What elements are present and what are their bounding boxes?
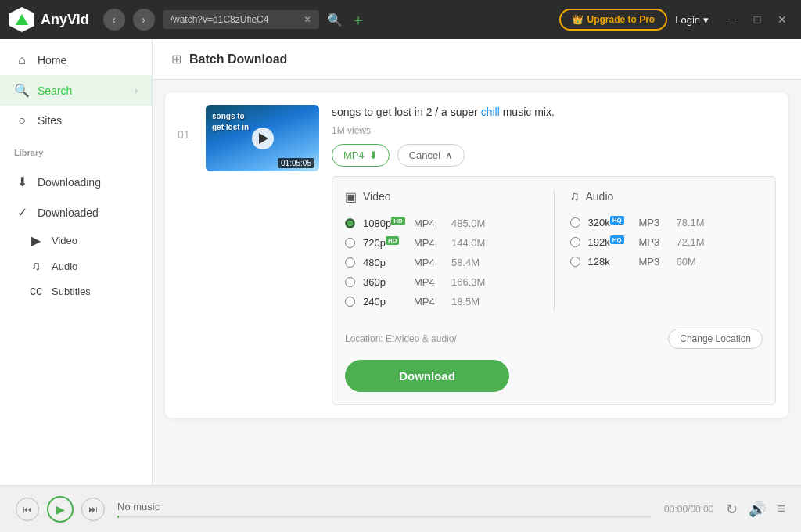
format-row-720p: 720pHD MP4 144.0M	[345, 233, 538, 253]
playlist-button[interactable]: ≡	[777, 501, 785, 517]
player-bar: ⏮ ▶ ⏭ No music 00:00/00:00 ↻ 🔊 ≡	[0, 485, 801, 532]
sidebar-item-search[interactable]: 🔍 Search ›	[0, 75, 152, 106]
sidebar-nav: ⌂ Home 🔍 Search › ○ Sites	[0, 39, 152, 142]
radio-320k[interactable]	[570, 217, 580, 228]
play-pause-button[interactable]: ▶	[47, 496, 74, 523]
radio-480p[interactable]	[345, 257, 355, 268]
format-row-360p: 360p MP4 166.3M	[345, 272, 538, 292]
sidebar-item-sites[interactable]: ○ Sites	[0, 106, 152, 135]
video-title: songs to get lost in 2 / a super chill m…	[332, 105, 776, 120]
batch-icon: ⊞	[171, 52, 181, 66]
sidebar-sub-items: ▶ Video ♫ Audio cc Subtitles	[0, 228, 152, 304]
player-right-controls: ↻ 🔊 ≡	[726, 501, 785, 518]
content-area: ⊞ Batch Download 01 songs toget lost in …	[153, 39, 801, 485]
address-bar[interactable]: /watch?v=d1C8zUfieC4 ✕	[163, 10, 319, 29]
repeat-button[interactable]: ↻	[726, 501, 738, 518]
chevron-down-icon: ▾	[703, 14, 709, 26]
video-thumbnail: songs toget lost in 01:05:05	[206, 105, 319, 171]
volume-button[interactable]: 🔊	[749, 501, 766, 518]
sidebar: ⌂ Home 🔍 Search › ○ Sites Library ⬇ Down…	[0, 39, 153, 485]
titlebar: AnyVid ‹ › /watch?v=d1C8zUfieC4 ✕ 🔍 ＋ 👑 …	[0, 0, 801, 39]
format-row-320k: 320kHQ MP3 78.1M	[570, 213, 763, 232]
forward-button[interactable]: ›	[133, 9, 155, 31]
format-panel: ▣ Video 1080pHD MP4 485.0M	[332, 176, 776, 406]
crown-icon: 👑	[572, 14, 584, 25]
audio-icon: ♫	[28, 259, 44, 273]
main-layout: ⌂ Home 🔍 Search › ○ Sites Library ⬇ Down…	[0, 39, 801, 485]
thumb-overlay-text: songs toget lost in	[212, 111, 249, 133]
video-format-col: ▣ Video 1080pHD MP4 485.0M	[345, 189, 538, 312]
audio-format-col: ♫ Audio 320kHQ MP3 78.1M	[570, 189, 763, 312]
chevron-up-icon: ∧	[445, 149, 453, 161]
location-text: Location: E:/video & audio/	[345, 333, 457, 344]
window-controls: ─ □ ✕	[723, 10, 792, 29]
login-button[interactable]: Login ▾	[675, 14, 709, 26]
video-item: 01 songs toget lost in 01:05:05 songs to…	[165, 92, 788, 418]
minimize-button[interactable]: ─	[723, 10, 742, 29]
sidebar-item-home[interactable]: ⌂ Home	[0, 45, 152, 75]
audio-section-icon: ♫	[570, 189, 580, 203]
format-columns: ▣ Video 1080pHD MP4 485.0M	[345, 189, 763, 312]
prev-button[interactable]: ⏮	[16, 498, 39, 521]
radio-360p[interactable]	[345, 277, 355, 287]
video-views: 1M views ·	[332, 125, 776, 136]
time-display: 00:00/00:00	[664, 504, 713, 515]
upgrade-button[interactable]: 👑 Upgrade to Pro	[559, 9, 668, 31]
radio-192k[interactable]	[570, 237, 580, 247]
search-icon-button[interactable]: 🔍	[327, 13, 343, 27]
close-button[interactable]: ✕	[773, 10, 792, 29]
player-controls: ⏮ ▶ ⏭	[16, 496, 105, 523]
item-number: 01	[178, 105, 193, 141]
check-circle-icon: ✓	[14, 205, 30, 220]
format-row-1080p: 1080pHD MP4 485.0M	[345, 214, 538, 233]
progress-fill	[117, 516, 119, 518]
chevron-right-icon: ›	[135, 85, 138, 96]
maximize-button[interactable]: □	[748, 10, 767, 29]
change-location-button[interactable]: Change Location	[668, 329, 763, 349]
format-row-240p: 240p MP4 18.5M	[345, 292, 538, 311]
video-duration: 01:05:05	[278, 158, 314, 168]
radio-720p[interactable]	[345, 238, 355, 248]
format-row-480p: 480p MP4 58.4M	[345, 253, 538, 272]
song-name: No music	[117, 501, 652, 512]
progress-bar[interactable]	[117, 516, 652, 518]
song-info: No music	[117, 501, 652, 518]
format-row-128k: 128k MP3 60M	[570, 252, 763, 271]
library-nav: ⬇ Downloading ✓ Downloaded ▶ Video ♫ Aud…	[0, 160, 152, 310]
address-close-icon[interactable]: ✕	[304, 14, 311, 25]
video-icon: ▶	[28, 233, 44, 248]
download-button[interactable]: Download	[345, 360, 509, 392]
location-row: Location: E:/video & audio/ Change Locat…	[345, 321, 763, 349]
content-body: 01 songs toget lost in 01:05:05 songs to…	[153, 80, 801, 485]
video-section-icon: ▣	[345, 189, 357, 204]
radio-1080p[interactable]	[345, 218, 355, 228]
download-arrow-icon: ⬇	[369, 149, 378, 161]
app-logo: AnyVid	[9, 7, 89, 32]
download-icon: ⬇	[14, 174, 30, 189]
radio-240p[interactable]	[345, 297, 355, 307]
library-section-label: Library	[0, 142, 152, 160]
page-title: Batch Download	[189, 52, 287, 66]
sidebar-item-downloaded[interactable]: ✓ Downloaded	[0, 197, 152, 228]
back-button[interactable]: ‹	[103, 9, 125, 31]
audio-format-header: ♫ Audio	[570, 189, 763, 203]
subtitles-icon: cc	[28, 284, 44, 298]
search-icon: 🔍	[14, 83, 30, 98]
logo-icon	[9, 7, 34, 32]
address-text: /watch?v=d1C8zUfieC4	[171, 14, 269, 25]
item-actions: MP4 ⬇ Cancel ∧	[332, 144, 776, 167]
globe-icon: ○	[14, 113, 30, 128]
sidebar-item-audio[interactable]: ♫ Audio	[28, 253, 152, 279]
sidebar-item-subtitles[interactable]: cc Subtitles	[28, 279, 152, 304]
next-button[interactable]: ⏭	[81, 498, 105, 521]
sidebar-item-downloading[interactable]: ⬇ Downloading	[0, 167, 152, 197]
cancel-button[interactable]: Cancel ∧	[397, 144, 465, 167]
video-format-header: ▣ Video	[345, 189, 538, 204]
thumb-play-icon	[252, 128, 274, 149]
home-icon: ⌂	[14, 53, 30, 67]
sidebar-item-video[interactable]: ▶ Video	[28, 228, 152, 253]
add-tab-button[interactable]: ＋	[350, 9, 366, 31]
video-info: songs to get lost in 2 / a super chill m…	[332, 105, 776, 405]
radio-128k[interactable]	[570, 257, 580, 267]
mp4-button[interactable]: MP4 ⬇	[332, 144, 390, 167]
